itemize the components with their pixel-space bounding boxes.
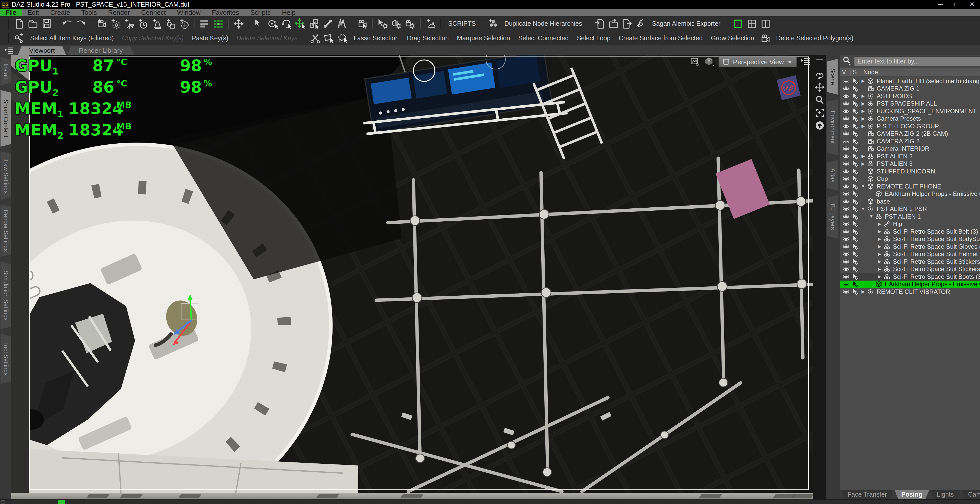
scene-node-planet-earth-hd-select-me-to-change-mate[interactable]: ▶Planet_Earth_HD (select me to change ma… [840, 77, 980, 85]
create-spotlight-button[interactable] [150, 17, 163, 30]
toolbar-grip[interactable] [6, 33, 9, 43]
search-icon[interactable] [842, 56, 852, 67]
selectable-cursor-icon[interactable] [851, 108, 860, 114]
eye-open-icon[interactable] [842, 93, 851, 99]
scene-node-sci-fi-retro-space-suit-belt-3-[interactable]: ▶Sci-Fi Retro Space Suit Belt (3) [840, 228, 980, 235]
select-cursor-button[interactable] [252, 17, 266, 30]
eye-open-icon[interactable] [842, 116, 851, 122]
render-preview-icon[interactable] [690, 57, 700, 67]
scene-node-pst-alien-2[interactable]: ▶PST ALIEN 2 [840, 152, 980, 160]
selectable-cursor-icon[interactable] [851, 100, 860, 107]
toolbar-action-lasso-selection[interactable]: Lasso Selection [350, 35, 403, 42]
eye-closed-icon[interactable] [842, 281, 851, 287]
import-folder-button[interactable] [607, 17, 620, 30]
pane-tab-render-settings[interactable]: Render Settings [0, 204, 11, 257]
selectable-cursor-icon[interactable] [851, 198, 860, 205]
eye-open-icon[interactable] [842, 161, 851, 167]
toolbar-action-sagan-alembic-exporter[interactable]: Sagan Alembic Exporter [648, 20, 724, 27]
save-button[interactable] [40, 17, 54, 30]
scene-node-remote-clit-phone[interactable]: ▼REMOTE CLIT PHONE [840, 182, 980, 190]
selectable-cursor-icon[interactable] [851, 206, 860, 212]
tab-viewport[interactable]: Viewport [18, 46, 66, 55]
expand-icon[interactable]: ▶ [876, 221, 883, 227]
eye-open-icon[interactable] [842, 176, 851, 182]
view-cube-icon[interactable] [703, 56, 715, 68]
export-file-button[interactable] [620, 17, 634, 30]
selectable-cursor-icon[interactable] [851, 160, 860, 167]
toolbar-action-scripts[interactable]: SCRIPTS [444, 20, 480, 27]
selectable-cursor-icon[interactable] [851, 130, 860, 137]
expand-icon[interactable]: ▶ [860, 94, 866, 99]
column-visibility[interactable]: V [840, 69, 851, 76]
toolbar-action-drag-selection[interactable]: Drag Selection [403, 35, 453, 42]
pointer-gear-button[interactable] [375, 17, 390, 30]
expand-icon[interactable]: ▶ [860, 289, 866, 294]
toolbar-action-select-connected[interactable]: Select Connected [514, 35, 573, 42]
lasso-button[interactable] [336, 32, 350, 45]
eye-closed-icon[interactable] [842, 138, 851, 144]
viewport-bottom-slider[interactable] [11, 493, 813, 499]
collapse-icon[interactable]: ▼ [860, 184, 866, 189]
universal-manipulator-button[interactable] [232, 17, 245, 30]
menu-file[interactable]: File [0, 9, 22, 16]
toolbar-grip[interactable] [6, 19, 9, 29]
orbit-cursor-button[interactable] [266, 17, 280, 30]
selectable-cursor-icon[interactable] [851, 273, 860, 280]
eye-open-icon[interactable] [842, 221, 851, 227]
expand-icon[interactable]: ▶ [860, 101, 866, 106]
eye-open-icon[interactable] [842, 251, 851, 257]
pane-tab-environment[interactable]: Environment [827, 99, 838, 155]
undo-button[interactable] [60, 17, 74, 30]
pane-options-icon[interactable] [0, 46, 18, 55]
create-meter-button[interactable] [136, 17, 150, 30]
collapse-icon[interactable]: ▼ [860, 206, 866, 211]
expand-icon[interactable]: ▶ [876, 236, 883, 242]
toolbar-action-select-all-item-keys-filtered-[interactable]: Select All Item Keys (Filtered) [26, 35, 118, 42]
scene-node-sci-fi-retro-space-suit-boots-3-[interactable]: ▶Sci-Fi Retro Space Suit Boots (3) [840, 273, 980, 281]
expand-icon[interactable]: ▶ [860, 124, 866, 129]
selectable-cursor-icon[interactable] [851, 228, 860, 235]
scene-node-remote-clit-vibrator[interactable]: ▶REMOTE CLIT VIBRATOR [840, 288, 980, 296]
ghost-light-button[interactable] [424, 17, 438, 30]
eye-open-icon[interactable] [842, 214, 851, 220]
expand-icon[interactable]: ▶ [860, 78, 866, 84]
zoom-control-icon[interactable] [815, 95, 825, 105]
expand-icon[interactable]: ▶ [860, 116, 866, 121]
weight-map-button[interactable] [335, 17, 348, 30]
create-camera-button[interactable] [94, 17, 108, 30]
toolbar-action-marquee-selection[interactable]: Marquee Selection [453, 35, 514, 42]
tab-render-library[interactable]: Render Library [68, 46, 134, 55]
selectable-cursor-icon[interactable] [851, 85, 860, 92]
selectable-cursor-icon[interactable] [851, 123, 860, 130]
poly-cursor-button[interactable] [322, 32, 336, 45]
scene-node-camera-zig-2-2b-cam-[interactable]: CAMERA ZIG 2 (2B CAM) [840, 130, 980, 138]
eye-open-icon[interactable] [842, 191, 851, 197]
toolbar-action-duplicate-node-hierarchies[interactable]: Duplicate Node Hierarchies [500, 20, 586, 27]
eye-open-icon[interactable] [842, 258, 851, 265]
alembic-button[interactable] [634, 17, 648, 30]
pane-tab-scene[interactable]: Scene [827, 59, 838, 95]
pane-tab-cameras[interactable]: Cameras [961, 490, 980, 499]
selectable-cursor-icon[interactable] [851, 266, 860, 273]
orbit-control-icon[interactable] [815, 69, 825, 80]
scene-node-sci-fi-retro-space-suit-bodysuit-3-[interactable]: ▶Sci-Fi Retro Space Suit BodySuit (3) [840, 235, 980, 243]
eye-open-icon[interactable] [842, 86, 851, 92]
import-file-button[interactable] [593, 17, 607, 30]
selectable-cursor-icon[interactable] [851, 190, 860, 197]
scene-node-pst-alien-1-psr[interactable]: ▼PST ALIEN 1 PSR [840, 205, 980, 213]
collapse-icon[interactable]: ▼ [868, 214, 875, 219]
menu-scripts[interactable]: Scripts [245, 9, 276, 16]
expand-icon[interactable]: ▶ [876, 274, 883, 279]
menu-tools[interactable]: Tools [76, 9, 103, 16]
expand-icon[interactable]: ▶ [876, 266, 883, 272]
scene-node-sci-fi-retro-space-suit-gloves-3-[interactable]: ▶Sci-Fi Retro Space Suit Gloves (3) [840, 243, 980, 250]
column-selectability[interactable]: S [851, 69, 861, 76]
scene-node-base[interactable]: base [840, 198, 980, 205]
camera-select-dropdown[interactable]: Perspective View [718, 57, 797, 67]
scene-node-pst-spaceship-all[interactable]: ▶PST SPACESHIP ALL [840, 100, 980, 108]
scene-node-earkham-helper-props-emissive-ghost-ligh[interactable]: EArkham Helper Props - Emissive Ghost Li… [840, 190, 980, 198]
ctrl-grip[interactable] [816, 59, 823, 60]
eye-open-icon[interactable] [842, 266, 851, 272]
scene-node-earkham-helper-props-emissive-ghost-ligh[interactable]: EArkham Helper Props - Emissive Ghost Li… [840, 281, 980, 288]
selectable-cursor-icon[interactable] [851, 220, 860, 227]
